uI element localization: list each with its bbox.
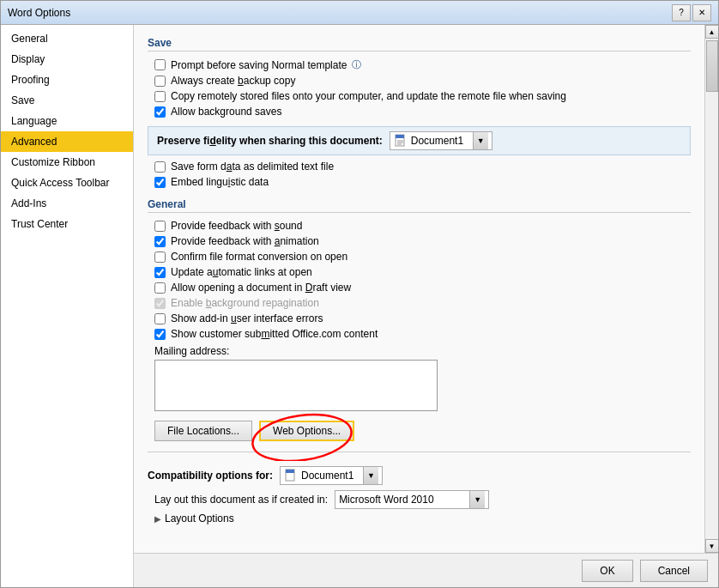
mailing-section: Mailing address: — [154, 345, 691, 414]
checkbox-autolinks-label: Update automatic links at open — [171, 266, 312, 278]
scroll-thumb[interactable] — [706, 40, 718, 92]
checkbox-format-input[interactable] — [154, 252, 166, 263]
sidebar-item-quick-access[interactable]: Quick Access Toolbar — [1, 173, 133, 193]
checkbox-officecom-input[interactable] — [154, 329, 166, 340]
main-area: Save Prompt before saving Normal templat… — [134, 25, 718, 587]
fidelity-label: Preserve fidelity when sharing this docu… — [157, 135, 383, 147]
scroll-down-button[interactable]: ▼ — [705, 539, 719, 553]
checkbox-officecom-label: Show customer submitted Office.com conte… — [171, 328, 378, 340]
checkbox-animation: Provide feedback with animation — [154, 235, 691, 247]
layout-options-label: Layout Options — [165, 512, 234, 524]
word-options-dialog: Word Options ? ✕ General Display Proofin… — [0, 0, 719, 588]
sidebar-item-display[interactable]: Display — [1, 49, 133, 70]
info-icon: ⓘ — [352, 58, 361, 71]
title-bar-buttons: ? ✕ — [672, 4, 711, 21]
checkbox-repagination-input — [154, 298, 166, 309]
checkbox-sound-input[interactable] — [154, 221, 166, 232]
sidebar-item-proofing[interactable]: Proofing — [1, 70, 133, 90]
checkbox-addinerrors-input[interactable] — [154, 313, 166, 324]
checkbox-background: Allow background saves — [154, 106, 691, 118]
checkbox-repagination-label: Enable background repagination — [171, 297, 319, 309]
fidelity-dropdown-arrow[interactable]: ▼ — [473, 132, 488, 149]
checkbox-sound-label: Provide feedback with sound — [171, 220, 302, 232]
checkbox-addinerrors: Show add-in user interface errors — [154, 312, 691, 324]
checkbox-format-label: Confirm file format conversion on open — [171, 251, 347, 263]
checkbox-background-label: Allow background saves — [171, 106, 281, 118]
checkbox-remote-label: Copy remotely stored files onto your com… — [171, 90, 566, 102]
compat-doc-icon — [284, 469, 298, 482]
layout-version-row: Lay out this document as if created in: … — [154, 490, 691, 509]
svg-rect-7 — [286, 470, 294, 473]
sidebar: General Display Proofing Save Language A… — [1, 25, 134, 587]
checkbox-draft-label: Allow opening a document in Draft view — [171, 282, 351, 294]
scrollbar: ▲ ▼ — [704, 25, 718, 553]
checkbox-remote: Copy remotely stored files onto your com… — [154, 90, 691, 102]
cancel-button[interactable]: Cancel — [640, 560, 708, 582]
web-options-button[interactable]: Web Options... — [259, 421, 354, 441]
sidebar-item-language[interactable]: Language — [1, 111, 133, 131]
dialog-title: Word Options — [8, 7, 70, 19]
checkbox-remote-input[interactable] — [154, 91, 166, 102]
checkbox-addinerrors-label: Show add-in user interface errors — [171, 312, 323, 324]
checkbox-autolinks-input[interactable] — [154, 267, 166, 278]
document-icon — [394, 134, 408, 148]
checkbox-format: Confirm file format conversion on open — [154, 251, 691, 263]
expand-icon: ▶ — [154, 514, 161, 524]
checkbox-draft: Allow opening a document in Draft view — [154, 282, 691, 294]
fidelity-row: Preserve fidelity when sharing this docu… — [148, 126, 691, 155]
layout-version-arrow[interactable]: ▼ — [469, 491, 485, 508]
checkbox-formdata-input[interactable] — [154, 161, 166, 173]
fidelity-dropdown[interactable]: Document1 ▼ — [390, 131, 492, 150]
mailing-label: Mailing address: — [154, 345, 691, 357]
svg-rect-1 — [396, 135, 404, 138]
checkbox-prompt-input[interactable] — [154, 59, 166, 70]
checkbox-background-input[interactable] — [154, 106, 166, 118]
checkbox-backup: Always create backup copy — [154, 75, 691, 87]
general-section-title: General — [148, 198, 691, 213]
mailing-container — [154, 360, 438, 414]
checkbox-animation-input[interactable] — [154, 236, 166, 247]
checkbox-officecom: Show customer submitted Office.com conte… — [154, 328, 691, 340]
save-section-title: Save — [148, 37, 691, 52]
checkbox-linguistic: Embed linguistic data — [154, 176, 691, 188]
compat-label: Compatibility options for: — [148, 470, 273, 482]
sidebar-item-trust-center[interactable]: Trust Center — [1, 214, 133, 234]
compat-dropdown[interactable]: Document1 ▼ — [280, 466, 383, 485]
checkbox-animation-label: Provide feedback with animation — [171, 235, 319, 247]
checkbox-autolinks: Update automatic links at open — [154, 266, 691, 278]
close-button[interactable]: ✕ — [692, 4, 711, 21]
button-row: File Locations... Web Options... — [154, 421, 691, 441]
compat-doc-name: Document1 — [301, 470, 360, 482]
title-bar: Word Options ? ✕ — [1, 1, 718, 25]
checkbox-linguistic-input[interactable] — [154, 177, 166, 188]
checkbox-backup-label: Always create backup copy — [171, 75, 295, 87]
main-content: Save Prompt before saving Normal templat… — [134, 25, 704, 553]
help-button[interactable]: ? — [672, 4, 691, 21]
layout-options-row[interactable]: ▶ Layout Options — [154, 512, 691, 524]
layout-version-label: Lay out this document as if created in: — [154, 494, 328, 506]
scroll-up-button[interactable]: ▲ — [705, 25, 719, 39]
layout-version-dropdown[interactable]: Microsoft Word 2010 ▼ — [335, 490, 489, 509]
checkbox-sound: Provide feedback with sound — [154, 220, 691, 232]
checkbox-prompt-label: Prompt before saving Normal template — [171, 59, 347, 71]
compat-dropdown-arrow[interactable]: ▼ — [363, 467, 378, 484]
compat-row: Compatibility options for: Document1 ▼ — [148, 466, 691, 485]
ok-button[interactable]: OK — [582, 560, 632, 582]
checkbox-draft-input[interactable] — [154, 282, 166, 294]
fidelity-doc-name: Document1 — [411, 135, 469, 147]
checkbox-formdata-label: Save form data as delimited text file — [171, 161, 334, 173]
checkbox-prompt: Prompt before saving Normal template ⓘ — [154, 58, 691, 71]
file-locations-button[interactable]: File Locations... — [154, 421, 252, 441]
sidebar-item-general[interactable]: General — [1, 28, 133, 49]
checkbox-backup-input[interactable] — [154, 76, 166, 87]
layout-version-value: Microsoft Word 2010 — [339, 494, 466, 506]
sidebar-item-customize-ribbon[interactable]: Customize Ribbon — [1, 152, 133, 173]
checkbox-linguistic-label: Embed linguistic data — [171, 176, 269, 188]
dialog-content: General Display Proofing Save Language A… — [1, 25, 718, 587]
sidebar-item-add-ins[interactable]: Add-Ins — [1, 193, 133, 214]
sidebar-item-advanced[interactable]: Advanced — [1, 131, 133, 152]
checkbox-repagination: Enable background repagination — [154, 297, 691, 309]
mailing-textarea[interactable] — [154, 360, 438, 411]
sidebar-item-save[interactable]: Save — [1, 90, 133, 111]
bottom-bar: OK Cancel — [134, 553, 718, 587]
